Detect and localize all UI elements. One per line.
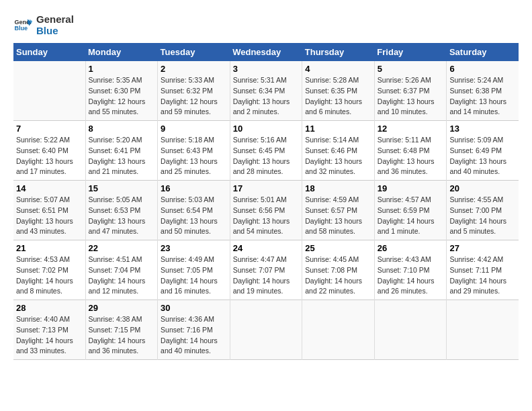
day-number: 26 bbox=[378, 243, 444, 253]
day-info: Sunrise: 5:11 AM Sunset: 6:48 PM Dayligh… bbox=[378, 135, 444, 177]
day-info: Sunrise: 5:35 AM Sunset: 6:30 PM Dayligh… bbox=[89, 75, 155, 118]
day-info: Sunrise: 5:01 AM Sunset: 6:56 PM Dayligh… bbox=[233, 195, 300, 237]
week-row-5: 28Sunrise: 4:40 AM Sunset: 7:13 PM Dayli… bbox=[13, 300, 519, 360]
calendar-cell: 16Sunrise: 5:03 AM Sunset: 6:54 PM Dayli… bbox=[158, 181, 230, 240]
calendar-cell: 30Sunrise: 4:36 AM Sunset: 7:16 PM Dayli… bbox=[158, 300, 230, 360]
day-info: Sunrise: 5:07 AM Sunset: 6:51 PM Dayligh… bbox=[16, 195, 83, 237]
day-number: 1 bbox=[89, 64, 155, 74]
day-info: Sunrise: 5:28 AM Sunset: 6:35 PM Dayligh… bbox=[305, 75, 371, 118]
header-day-friday: Friday bbox=[374, 43, 447, 61]
page-header: General Blue General Blue bbox=[13, 13, 519, 36]
svg-text:Blue: Blue bbox=[14, 25, 28, 32]
day-number: 19 bbox=[378, 183, 444, 193]
header-day-thursday: Thursday bbox=[302, 43, 375, 61]
day-info: Sunrise: 4:49 AM Sunset: 7:05 PM Dayligh… bbox=[161, 255, 227, 297]
header-day-tuesday: Tuesday bbox=[158, 43, 230, 61]
day-number: 12 bbox=[378, 124, 444, 134]
day-number: 5 bbox=[378, 64, 444, 74]
day-info: Sunrise: 5:03 AM Sunset: 6:54 PM Dayligh… bbox=[161, 195, 227, 237]
day-number: 2 bbox=[161, 64, 227, 74]
day-info: Sunrise: 5:33 AM Sunset: 6:32 PM Dayligh… bbox=[161, 75, 227, 118]
day-number: 18 bbox=[305, 183, 371, 193]
calendar-cell: 10Sunrise: 5:16 AM Sunset: 6:45 PM Dayli… bbox=[230, 121, 302, 181]
calendar-cell: 6Sunrise: 5:24 AM Sunset: 6:38 PM Daylig… bbox=[447, 61, 519, 121]
calendar-cell: 15Sunrise: 5:05 AM Sunset: 6:53 PM Dayli… bbox=[85, 181, 158, 240]
day-info: Sunrise: 5:09 AM Sunset: 6:49 PM Dayligh… bbox=[449, 135, 516, 177]
calendar-cell: 5Sunrise: 5:26 AM Sunset: 6:37 PM Daylig… bbox=[374, 61, 447, 121]
day-number: 14 bbox=[16, 183, 83, 193]
day-info: Sunrise: 4:36 AM Sunset: 7:16 PM Dayligh… bbox=[161, 314, 227, 357]
day-info: Sunrise: 4:59 AM Sunset: 6:57 PM Dayligh… bbox=[305, 195, 371, 237]
calendar-cell: 28Sunrise: 4:40 AM Sunset: 7:13 PM Dayli… bbox=[13, 300, 85, 360]
day-info: Sunrise: 4:53 AM Sunset: 7:02 PM Dayligh… bbox=[16, 255, 83, 297]
day-number: 24 bbox=[233, 243, 300, 253]
week-row-1: 1Sunrise: 5:35 AM Sunset: 6:30 PM Daylig… bbox=[13, 61, 519, 121]
day-info: Sunrise: 5:20 AM Sunset: 6:41 PM Dayligh… bbox=[89, 135, 155, 177]
header-day-monday: Monday bbox=[85, 43, 158, 61]
day-info: Sunrise: 5:31 AM Sunset: 6:34 PM Dayligh… bbox=[233, 75, 300, 118]
calendar-cell: 7Sunrise: 5:22 AM Sunset: 6:40 PM Daylig… bbox=[13, 121, 85, 181]
day-number: 11 bbox=[305, 124, 371, 134]
calendar-cell: 2Sunrise: 5:33 AM Sunset: 6:32 PM Daylig… bbox=[158, 61, 230, 121]
calendar-cell: 25Sunrise: 4:45 AM Sunset: 7:08 PM Dayli… bbox=[302, 240, 375, 300]
calendar-cell: 18Sunrise: 4:59 AM Sunset: 6:57 PM Dayli… bbox=[302, 181, 375, 240]
day-info: Sunrise: 4:51 AM Sunset: 7:04 PM Dayligh… bbox=[89, 255, 155, 297]
day-number: 29 bbox=[89, 303, 155, 313]
day-number: 17 bbox=[233, 183, 300, 193]
logo: General Blue General Blue bbox=[13, 13, 74, 36]
calendar-cell: 21Sunrise: 4:53 AM Sunset: 7:02 PM Dayli… bbox=[13, 240, 85, 300]
day-number: 28 bbox=[16, 303, 83, 313]
day-info: Sunrise: 4:55 AM Sunset: 7:00 PM Dayligh… bbox=[449, 195, 516, 237]
calendar-cell: 23Sunrise: 4:49 AM Sunset: 7:05 PM Dayli… bbox=[158, 240, 230, 300]
day-info: Sunrise: 4:45 AM Sunset: 7:08 PM Dayligh… bbox=[305, 255, 371, 297]
day-info: Sunrise: 4:42 AM Sunset: 7:11 PM Dayligh… bbox=[449, 255, 516, 297]
day-number: 16 bbox=[161, 183, 227, 193]
calendar-cell: 17Sunrise: 5:01 AM Sunset: 6:56 PM Dayli… bbox=[230, 181, 302, 240]
calendar-cell: 19Sunrise: 4:57 AM Sunset: 6:59 PM Dayli… bbox=[374, 181, 447, 240]
calendar-cell: 22Sunrise: 4:51 AM Sunset: 7:04 PM Dayli… bbox=[85, 240, 158, 300]
day-info: Sunrise: 5:24 AM Sunset: 6:38 PM Dayligh… bbox=[449, 75, 516, 118]
logo-icon: General Blue bbox=[13, 15, 32, 34]
calendar-cell: 11Sunrise: 5:14 AM Sunset: 6:46 PM Dayli… bbox=[302, 121, 375, 181]
calendar-cell: 12Sunrise: 5:11 AM Sunset: 6:48 PM Dayli… bbox=[374, 121, 447, 181]
day-number: 3 bbox=[233, 64, 300, 74]
day-number: 7 bbox=[16, 124, 83, 134]
calendar-cell: 1Sunrise: 5:35 AM Sunset: 6:30 PM Daylig… bbox=[85, 61, 158, 121]
calendar-cell bbox=[447, 300, 519, 360]
calendar-cell bbox=[13, 61, 85, 121]
day-number: 30 bbox=[161, 303, 227, 313]
calendar-cell: 13Sunrise: 5:09 AM Sunset: 6:49 PM Dayli… bbox=[447, 121, 519, 181]
day-info: Sunrise: 4:57 AM Sunset: 6:59 PM Dayligh… bbox=[378, 195, 444, 237]
day-number: 22 bbox=[89, 243, 155, 253]
day-number: 4 bbox=[305, 64, 371, 74]
day-number: 27 bbox=[449, 243, 516, 253]
day-info: Sunrise: 5:05 AM Sunset: 6:53 PM Dayligh… bbox=[89, 195, 155, 237]
week-row-4: 21Sunrise: 4:53 AM Sunset: 7:02 PM Dayli… bbox=[13, 240, 519, 300]
week-row-3: 14Sunrise: 5:07 AM Sunset: 6:51 PM Dayli… bbox=[13, 181, 519, 240]
week-row-2: 7Sunrise: 5:22 AM Sunset: 6:40 PM Daylig… bbox=[13, 121, 519, 181]
calendar-cell: 26Sunrise: 4:43 AM Sunset: 7:10 PM Dayli… bbox=[374, 240, 447, 300]
day-number: 23 bbox=[161, 243, 227, 253]
day-info: Sunrise: 4:47 AM Sunset: 7:07 PM Dayligh… bbox=[233, 255, 300, 297]
calendar-cell: 29Sunrise: 4:38 AM Sunset: 7:15 PM Dayli… bbox=[85, 300, 158, 360]
day-number: 25 bbox=[305, 243, 371, 253]
logo-general: General bbox=[36, 13, 74, 25]
calendar-cell: 4Sunrise: 5:28 AM Sunset: 6:35 PM Daylig… bbox=[302, 61, 375, 121]
calendar-cell: 3Sunrise: 5:31 AM Sunset: 6:34 PM Daylig… bbox=[230, 61, 302, 121]
day-info: Sunrise: 5:22 AM Sunset: 6:40 PM Dayligh… bbox=[16, 135, 83, 177]
day-info: Sunrise: 5:14 AM Sunset: 6:46 PM Dayligh… bbox=[305, 135, 371, 177]
day-number: 9 bbox=[161, 124, 227, 134]
day-info: Sunrise: 4:40 AM Sunset: 7:13 PM Dayligh… bbox=[16, 314, 83, 357]
calendar-cell: 24Sunrise: 4:47 AM Sunset: 7:07 PM Dayli… bbox=[230, 240, 302, 300]
day-info: Sunrise: 5:18 AM Sunset: 6:43 PM Dayligh… bbox=[161, 135, 227, 177]
day-number: 10 bbox=[233, 124, 300, 134]
header-row: SundayMondayTuesdayWednesdayThursdayFrid… bbox=[13, 43, 519, 61]
calendar-cell: 20Sunrise: 4:55 AM Sunset: 7:00 PM Dayli… bbox=[447, 181, 519, 240]
calendar-cell: 27Sunrise: 4:42 AM Sunset: 7:11 PM Dayli… bbox=[447, 240, 519, 300]
calendar-cell: 9Sunrise: 5:18 AM Sunset: 6:43 PM Daylig… bbox=[158, 121, 230, 181]
day-info: Sunrise: 4:38 AM Sunset: 7:15 PM Dayligh… bbox=[89, 314, 155, 357]
day-info: Sunrise: 5:26 AM Sunset: 6:37 PM Dayligh… bbox=[378, 75, 444, 118]
calendar-cell bbox=[374, 300, 447, 360]
header-day-sunday: Sunday bbox=[13, 43, 85, 61]
calendar-cell: 14Sunrise: 5:07 AM Sunset: 6:51 PM Dayli… bbox=[13, 181, 85, 240]
